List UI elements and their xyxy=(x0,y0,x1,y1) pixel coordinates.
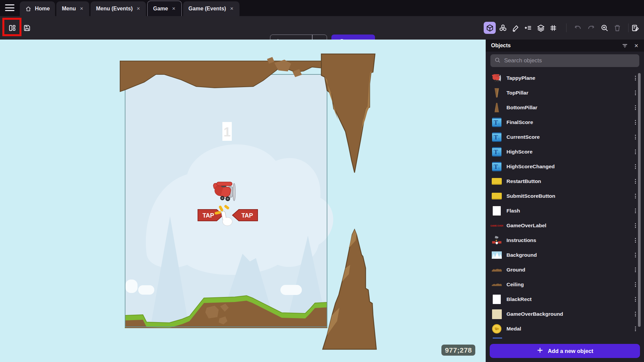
object-name: FinalScore xyxy=(506,119,635,125)
tap-label: TAP xyxy=(241,212,253,219)
panels-icon[interactable] xyxy=(6,22,18,34)
cursor-coordinates-badge: 977;278 xyxy=(441,345,475,356)
row-menu-icon[interactable] xyxy=(635,135,636,139)
filter-icon[interactable] xyxy=(619,41,631,51)
layers-icon[interactable] xyxy=(535,22,547,34)
object-row-highscorechanged[interactable]: Tx HighScoreChanged xyxy=(486,159,641,174)
object-name: RestartButton xyxy=(506,178,635,184)
row-menu-icon[interactable] xyxy=(635,326,636,331)
tab-game-events[interactable]: Game (Events) × xyxy=(183,1,239,16)
close-icon[interactable]: × xyxy=(631,41,642,51)
edit-icon[interactable] xyxy=(509,22,522,34)
top-pillar-object[interactable] xyxy=(321,54,375,173)
object-row-background[interactable]: Background xyxy=(486,248,641,262)
panel-scrollbar[interactable] xyxy=(638,73,641,327)
delete-icon[interactable] xyxy=(611,22,623,34)
tab-home[interactable]: Home xyxy=(20,1,55,16)
text-object-icon: Tx xyxy=(492,117,502,127)
tab-close-icon[interactable]: × xyxy=(171,5,176,12)
object-name: Ground xyxy=(506,267,635,273)
object-name: Ceiling xyxy=(506,282,635,288)
object-row-ceiling[interactable]: Ceiling xyxy=(486,277,641,292)
scene-editor-canvas[interactable]: 1 TAP TAP xyxy=(0,40,486,362)
row-menu-icon[interactable] xyxy=(635,208,636,213)
redo-icon[interactable] xyxy=(585,22,597,34)
object-name: Flash xyxy=(506,208,635,214)
row-menu-icon[interactable] xyxy=(635,297,636,302)
row-menu-icon[interactable] xyxy=(635,194,636,198)
object-row-instructions[interactable]: Instructions xyxy=(486,233,641,248)
tab-menu[interactable]: Menu × xyxy=(56,1,89,16)
row-menu-icon[interactable] xyxy=(635,164,636,169)
bottom-pillar-object[interactable] xyxy=(323,230,376,349)
object-row-restartbutton[interactable]: RestartButton xyxy=(486,174,641,189)
events-editor-icon[interactable] xyxy=(629,22,641,34)
tab-menu-events[interactable]: Menu (Events) × xyxy=(91,1,146,16)
object-name: Background xyxy=(506,252,635,258)
object-name: Medal xyxy=(506,326,635,332)
object-row-blackrect[interactable]: BlackRect xyxy=(486,292,641,307)
row-menu-icon[interactable] xyxy=(635,179,636,184)
object-row-finalscore[interactable]: Tx FinalScore xyxy=(486,115,641,130)
object-name: BottomPillar xyxy=(506,105,635,111)
yellow-rect-icon xyxy=(492,176,502,186)
objects-panel: Objects × TappyPlane TopPillar xyxy=(486,40,644,362)
add-object-label: Add a new object xyxy=(548,348,593,354)
row-menu-icon[interactable] xyxy=(635,223,636,228)
tan-rect-icon xyxy=(492,309,502,319)
object-name: TappyPlane xyxy=(506,75,635,81)
cloud-puff xyxy=(125,280,138,293)
row-menu-icon[interactable] xyxy=(635,238,636,243)
object-row-toppillar[interactable]: TopPillar xyxy=(486,85,641,100)
partially-visible-item xyxy=(493,338,502,339)
game-over-text-icon: GAME OVER xyxy=(492,221,502,231)
white-rect-icon xyxy=(492,294,502,304)
row-menu-icon[interactable] xyxy=(635,282,636,287)
instructions-sprite-icon xyxy=(492,235,502,245)
search-box[interactable] xyxy=(490,54,639,67)
bottom-pillar-icon xyxy=(492,103,502,113)
object-name: Instructions xyxy=(506,237,635,243)
row-menu-icon[interactable] xyxy=(635,76,636,80)
grid-icon[interactable] xyxy=(547,22,559,34)
tab-close-icon[interactable]: × xyxy=(136,5,141,12)
search-input[interactable] xyxy=(504,57,635,64)
row-menu-icon[interactable] xyxy=(635,312,636,316)
score-text: 1 xyxy=(223,125,230,139)
object-row-flash[interactable]: Flash xyxy=(486,203,641,218)
object-row-medal[interactable]: Medal xyxy=(486,321,641,336)
row-menu-icon[interactable] xyxy=(635,149,636,154)
save-icon[interactable] xyxy=(21,22,33,34)
text-object-icon: Tx xyxy=(492,162,502,172)
instances-list-icon[interactable] xyxy=(522,22,534,34)
row-menu-icon[interactable] xyxy=(635,253,636,257)
tab-close-icon[interactable]: × xyxy=(79,5,84,12)
undo-icon[interactable] xyxy=(572,22,584,34)
game-scene: 1 TAP TAP xyxy=(0,40,486,362)
object-row-gameoverlabel[interactable]: GAME OVER GameOverLabel xyxy=(486,218,641,233)
object-row-submitscorebutton[interactable]: SubmitScoreButton xyxy=(486,189,641,203)
row-menu-icon[interactable] xyxy=(635,267,636,272)
tab-label: Game (Events) xyxy=(189,6,226,12)
object-row-highscore[interactable]: Tx HighScore xyxy=(486,144,641,159)
view-3d-icon[interactable] xyxy=(484,22,496,34)
object-row-tappyplane[interactable]: TappyPlane xyxy=(486,71,641,85)
object-name: TopPillar xyxy=(506,90,635,96)
tab-close-icon[interactable]: × xyxy=(229,5,234,12)
object-row-currentscore[interactable]: Tx CurrentScore xyxy=(486,130,641,144)
zoom-in-icon[interactable] xyxy=(598,22,610,34)
text-object-icon: Tx xyxy=(492,147,502,157)
objects-group-icon[interactable] xyxy=(497,22,509,34)
row-menu-icon[interactable] xyxy=(635,120,636,125)
add-new-object-button[interactable]: Add a new object xyxy=(490,344,640,358)
top-pillar-icon xyxy=(492,88,502,98)
panel-title: Objects xyxy=(491,43,619,49)
row-menu-icon[interactable] xyxy=(635,90,636,95)
hamburger-menu-icon[interactable] xyxy=(5,4,14,12)
tab-game[interactable]: Game × xyxy=(147,1,181,16)
ceiling-strip-icon xyxy=(492,280,502,290)
object-row-bottompillar[interactable]: BottomPillar xyxy=(486,100,641,115)
object-row-gameoverbackground[interactable]: GameOverBackground xyxy=(486,307,641,321)
object-row-ground[interactable]: Ground xyxy=(486,262,641,277)
row-menu-icon[interactable] xyxy=(635,105,636,110)
